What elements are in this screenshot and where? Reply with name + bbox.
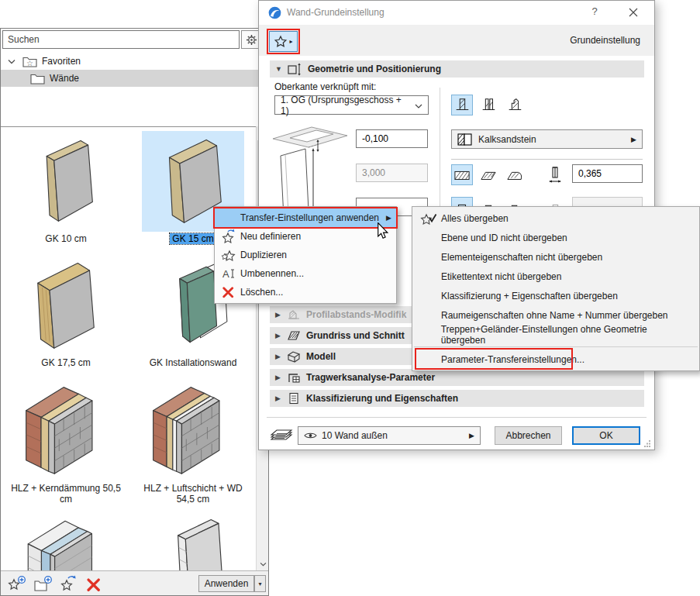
menu-item-delete[interactable]: Löschen...	[215, 283, 396, 301]
crosssection-sloped-button[interactable]	[478, 164, 499, 185]
dialog-titlebar[interactable]: Wand-Grundeinstellung ?	[259, 1, 654, 25]
star-icon	[274, 35, 288, 48]
favorite-item-gk10[interactable]: GK 10 cm	[4, 131, 128, 244]
wall-type-double-button[interactable]	[478, 95, 499, 115]
top-offset-input[interactable]	[356, 129, 428, 148]
favorite-label-selected[interactable]: GK 15 cm	[170, 233, 216, 244]
menu-item-transfer-settings[interactable]: Transfer-Einstellungen anwenden ▶	[215, 208, 396, 227]
menu-item-duplicate[interactable]: Duplizieren	[215, 246, 396, 264]
folder-icon	[30, 73, 45, 84]
double-wall-icon	[480, 97, 497, 114]
crosssection-full-button[interactable]	[451, 164, 473, 185]
cancel-button[interactable]: Abbrechen	[495, 426, 562, 445]
tree-item-label: Favoriten	[37, 56, 81, 67]
favorites-star-button[interactable]: ▸	[269, 31, 298, 52]
submenu-item-zone-properties[interactable]: Raumeigenschaften ohne Name + Nummer übe…	[412, 305, 699, 325]
submenu-item-no-layer-id[interactable]: Ebene und ID nicht übergeben	[412, 228, 699, 247]
submenu-arrow-icon: ▶	[386, 214, 391, 222]
panel-toolbar: Anwenden ▾	[1, 570, 268, 595]
delete-favorite-icon[interactable]	[87, 575, 105, 592]
wall-thumbnail	[19, 131, 112, 227]
favorites-menu-arrow-icon: ▸	[289, 38, 292, 45]
ok-button[interactable]: OK	[572, 426, 640, 445]
submenu-item-classification-properties[interactable]: Klassifizierung + Eigenschaften übergebe…	[412, 286, 699, 305]
expand-arrow-icon[interactable]: ▶	[275, 353, 281, 360]
section-classification[interactable]: ▶ Klassifizierung und Eigenschaften	[270, 390, 644, 407]
expand-arrow-icon[interactable]: ▶	[275, 394, 281, 402]
favorites-panel: ▸ ☆ Favoriten Wände	[0, 28, 269, 596]
chevron-down-icon[interactable]	[8, 59, 16, 64]
submenu-item-label: Etikettentext nicht übergeben	[439, 271, 561, 282]
cancel-label: Abbrechen	[505, 430, 550, 441]
wall-thickness-input[interactable]	[572, 164, 643, 183]
submenu-item-transfer-all[interactable]: Alles übergeben	[412, 208, 699, 228]
structural-section-icon	[287, 371, 301, 384]
wall-thumbnail	[19, 255, 112, 351]
section-label: Modell	[306, 351, 336, 362]
plan-section-icon	[287, 329, 301, 342]
scrollbar-down-icon[interactable]	[257, 557, 269, 570]
submenu-item-label: Alles übergeben	[439, 213, 509, 224]
model-section-icon	[287, 350, 301, 363]
favorite-label: HLZ + Kerndämmung 50,5 cm	[7, 483, 125, 505]
material-hatch-icon	[457, 133, 473, 146]
close-icon[interactable]	[622, 8, 645, 17]
wall-thumbnail	[17, 376, 115, 478]
favorite-item-partial-2[interactable]	[131, 508, 255, 570]
layer-combo[interactable]: 10 Wand außen ▶	[298, 426, 481, 445]
top-link-label: Oberkante verknüpft mit:	[274, 81, 376, 92]
menu-item-rename[interactable]: A Umbenennen...	[215, 264, 396, 283]
tree-item-walls[interactable]: Wände	[1, 70, 268, 87]
classification-section-icon	[287, 392, 301, 405]
section-label: Tragwerksanalyse-Parameter	[306, 372, 435, 383]
submenu-item-label: Klassifizierung + Eigenschaften übergebe…	[439, 291, 618, 301]
expand-arrow-icon[interactable]: ▶	[275, 374, 281, 381]
apply-button-label: Anwenden	[205, 578, 249, 589]
section-label: Geometrie und Positionierung	[308, 64, 441, 74]
help-button[interactable]: ?	[583, 5, 606, 17]
apply-dropdown-arrow[interactable]: ▾	[254, 575, 266, 592]
section-structural-analysis[interactable]: ▶ Tragwerksanalyse-Parameter	[270, 369, 644, 386]
submenu-item-stair-railing-settings[interactable]: Treppen+Geländer-Einstellungen ohne Geom…	[412, 325, 699, 344]
wall-thumbnail	[17, 508, 115, 570]
transfer-settings-submenu: Alles übergeben Ebene und ID nicht überg…	[412, 206, 700, 371]
submenu-item-parameter-transfer-settings[interactable]: Parameter-Transfereinstellungen...	[412, 350, 699, 369]
collapse-arrow-icon[interactable]: ▼	[275, 65, 281, 73]
section-geometry[interactable]: ▼ Geometrie und Positionierung	[270, 60, 644, 78]
wall-type-straight-button[interactable]	[451, 95, 473, 115]
apply-button[interactable]: Anwenden	[198, 575, 254, 592]
story-select[interactable]: 1. OG (Ursprungsgeschoss + 1)	[274, 95, 429, 115]
divider	[440, 88, 440, 219]
search-input[interactable]	[2, 30, 240, 49]
gear-icon	[246, 34, 257, 46]
resize-grip[interactable]	[644, 440, 651, 447]
archicad-logo-icon	[268, 6, 281, 19]
favorite-item-gk175[interactable]: GK 17,5 cm	[4, 255, 128, 368]
favorite-item-hlz-kerndaemmung[interactable]: HLZ + Kerndämmung 50,5 cm	[4, 376, 128, 505]
menu-item-label: Neu definieren	[238, 231, 301, 242]
favorite-item-hlz-luftschicht[interactable]: HLZ + Luftschicht + WD 54,5 cm	[131, 376, 255, 505]
menu-item-label: Löschen...	[238, 287, 283, 298]
wall-type-profiled-button[interactable]	[504, 95, 526, 115]
wall-height-input[interactable]	[356, 164, 428, 182]
duplicate-star-icon	[219, 247, 238, 263]
divider	[451, 159, 643, 160]
hatched-rect-icon	[453, 167, 471, 183]
expand-arrow-icon[interactable]: ▶	[275, 332, 281, 339]
favorite-label: GK Installationswand	[150, 357, 237, 368]
new-favorite-icon[interactable]	[8, 575, 26, 592]
expand-arrow-icon[interactable]: ▶	[275, 311, 281, 319]
menu-item-label: Transfer-Einstellungen anwenden	[219, 212, 379, 223]
favorite-item-partial-1[interactable]	[4, 508, 128, 570]
redefine-favorite-icon[interactable]	[60, 575, 79, 592]
crosssection-curved-button[interactable]	[504, 164, 526, 185]
menu-item-redefine[interactable]: Neu definieren	[215, 227, 396, 246]
submenu-item-no-label-text[interactable]: Etikettentext nicht übergeben	[412, 267, 699, 286]
new-folder-icon[interactable]	[34, 575, 53, 592]
story-select-value: 1. OG (Ursprungsgeschoss + 1)	[281, 95, 411, 116]
dialog-toolbar: ▸ Grundeinstellung	[259, 25, 654, 56]
profiled-wall-icon	[506, 97, 523, 114]
tree-item-favorites[interactable]: ☆ Favoriten	[1, 53, 268, 70]
building-material-button[interactable]: Kalksandstein ▶	[451, 129, 643, 149]
submenu-item-no-element-properties[interactable]: Elementeigenschaften nicht übergeben	[412, 247, 699, 267]
